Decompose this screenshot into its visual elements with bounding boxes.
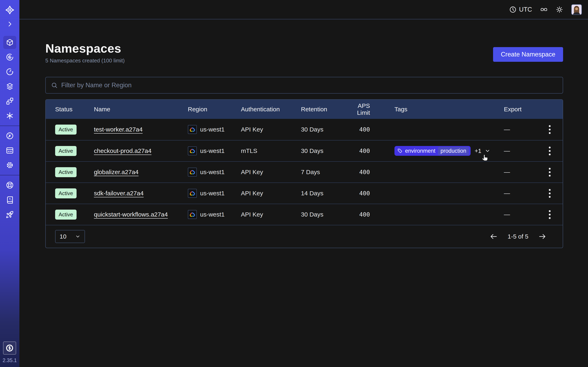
- aps-limit-value: 400: [347, 211, 374, 218]
- col-header-name: Name: [94, 106, 188, 113]
- export-value: —: [504, 169, 541, 175]
- col-header-tags: Tags: [374, 106, 504, 113]
- aps-limit-value: 400: [347, 190, 374, 197]
- sidebar-item-scan[interactable]: [3, 50, 16, 64]
- kebab-icon: [549, 168, 551, 170]
- timezone-label: UTC: [519, 6, 532, 13]
- timezone-selector[interactable]: UTC: [509, 6, 532, 13]
- status-badge: Active: [55, 188, 77, 198]
- aps-limit-value: 400: [347, 169, 374, 175]
- sidebar-item-billing[interactable]: [3, 144, 16, 157]
- pricing-badge-button[interactable]: [3, 342, 16, 355]
- namespace-link[interactable]: quickstart-workflows.a27a4: [94, 211, 168, 218]
- retention-value: 14 Days: [301, 190, 347, 197]
- row-actions-menu-button[interactable]: [547, 187, 553, 200]
- table-header-row: Status Name Region Authentication Retent…: [46, 100, 563, 119]
- tag-value: production: [438, 147, 469, 155]
- filter-input[interactable]: [61, 82, 557, 89]
- row-actions-menu-button[interactable]: [547, 208, 553, 221]
- table-footer: 10 1-5 of 5: [46, 225, 563, 248]
- user-avatar[interactable]: [571, 4, 582, 15]
- tag-key: environment: [405, 148, 435, 154]
- page-heading: Namespaces 5 Namespaces created (100 lim…: [45, 42, 125, 64]
- tag-chip[interactable]: environment production: [394, 146, 471, 156]
- sidebar-item-docs[interactable]: [3, 193, 16, 206]
- glasses-icon: [540, 6, 548, 13]
- row-actions-menu-button[interactable]: [547, 166, 553, 179]
- tags-cell: environment production +1: [374, 146, 504, 156]
- namespace-link[interactable]: sdk-failover.a27a4: [94, 190, 144, 197]
- export-value: —: [504, 147, 541, 154]
- retention-value: 30 Days: [301, 147, 347, 154]
- sidebar: 2.35.1: [0, 0, 19, 367]
- sidebar-divider: [0, 175, 19, 175]
- avatar-image: [572, 5, 581, 15]
- status-badge: Active: [55, 167, 77, 177]
- scan-target-icon: [6, 53, 14, 61]
- sidebar-divider: [0, 125, 19, 126]
- next-page-button[interactable]: [537, 232, 547, 242]
- col-header-authentication: Authentication: [241, 106, 301, 113]
- region-label: us-west1: [200, 190, 225, 197]
- google-cloud-icon: [188, 189, 197, 198]
- status-badge: Active: [55, 125, 77, 134]
- kebab-icon: [549, 125, 551, 127]
- col-header-region: Region: [188, 106, 241, 113]
- arrow-left-icon: [490, 233, 498, 241]
- timer-icon: [6, 68, 14, 76]
- layers-icon: [6, 82, 14, 91]
- google-cloud-icon: [188, 146, 197, 155]
- sidebar-item-settings[interactable]: [3, 159, 16, 172]
- lifebuoy-icon: [6, 181, 14, 189]
- page-size-select[interactable]: 10: [55, 230, 85, 243]
- sidebar-item-workflows[interactable]: [3, 95, 16, 108]
- region-label: us-west1: [200, 211, 225, 218]
- sun-icon: [556, 6, 563, 13]
- namespace-link[interactable]: globalizer.a27a4: [94, 169, 139, 175]
- retention-value: 30 Days: [301, 126, 347, 133]
- export-value: —: [504, 126, 541, 133]
- retention-value: 30 Days: [301, 211, 347, 218]
- col-header-status: Status: [46, 106, 94, 113]
- kebab-icon: [549, 210, 551, 212]
- gauge-icon: [6, 132, 14, 140]
- namespace-link[interactable]: test-worker.a27a4: [94, 126, 143, 133]
- table-body: Active test-worker.a27a4: [46, 119, 563, 225]
- export-value: —: [504, 211, 541, 218]
- col-header-export: Export: [504, 106, 541, 113]
- temporal-logo-icon[interactable]: [5, 5, 15, 15]
- app-version: 2.35.1: [3, 358, 17, 363]
- previous-page-button[interactable]: [489, 232, 499, 242]
- google-cloud-icon: [188, 167, 197, 176]
- sidebar-item-nexus[interactable]: [3, 109, 16, 122]
- export-value: —: [504, 190, 541, 197]
- expand-sidebar-chevron-icon[interactable]: [6, 20, 13, 28]
- sidebar-item-get-started[interactable]: [3, 208, 16, 221]
- sidebar-item-support[interactable]: [3, 179, 16, 192]
- branch-icon: [6, 97, 14, 105]
- row-actions-menu-button[interactable]: [547, 145, 553, 157]
- authentication-value: API Key: [241, 190, 301, 197]
- arrow-right-icon: [538, 233, 546, 241]
- tags-expand-chevron-icon[interactable]: [485, 148, 490, 154]
- topbar: UTC: [19, 0, 588, 19]
- sidebar-item-deployments[interactable]: [3, 80, 16, 93]
- sidebar-item-usage[interactable]: [3, 129, 16, 142]
- retention-value: 7 Days: [301, 169, 347, 175]
- browser-card-icon: [6, 146, 14, 155]
- sidebar-item-namespaces[interactable]: [3, 36, 16, 49]
- tag-icon: [397, 148, 403, 154]
- col-header-retention: Retention: [301, 106, 347, 113]
- pagination-range: 1-5 of 5: [508, 233, 528, 240]
- accessibility-glasses-button[interactable]: [540, 6, 548, 13]
- create-namespace-button[interactable]: Create Namespace: [493, 47, 563, 62]
- asterisk-icon: [6, 112, 14, 120]
- row-actions-menu-button[interactable]: [547, 123, 553, 136]
- theme-toggle-button[interactable]: [556, 6, 563, 13]
- authentication-value: API Key: [241, 211, 301, 218]
- authentication-value: API Key: [241, 126, 301, 133]
- google-cloud-icon: [188, 125, 197, 134]
- namespace-link[interactable]: checkout-prod.a27a4: [94, 147, 151, 154]
- sidebar-item-schedules[interactable]: [3, 65, 16, 78]
- authentication-value: API Key: [241, 169, 301, 175]
